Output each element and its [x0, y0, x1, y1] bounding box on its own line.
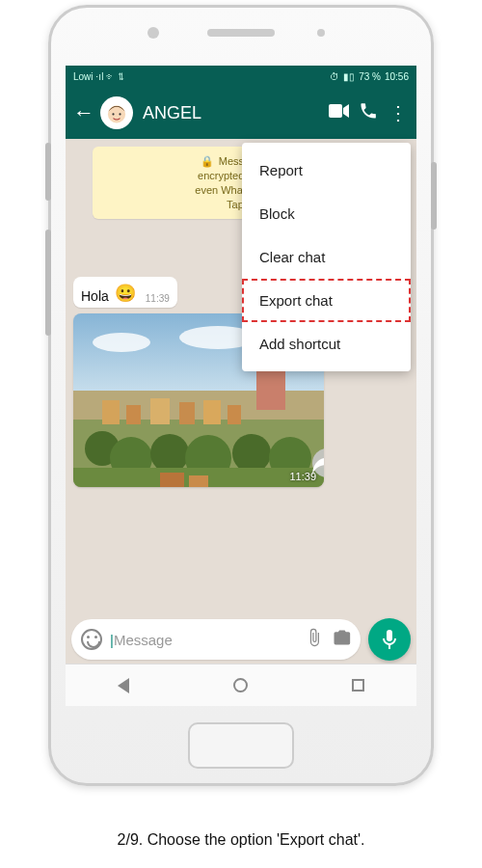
- message-input-area: |Message: [66, 615, 416, 664]
- svg-point-6: [93, 333, 150, 352]
- svg-rect-27: [189, 475, 208, 487]
- chat-body: 🔒 Messages an encrypted. No one even Wha…: [66, 139, 416, 619]
- wifi-icon: ᯤ: [106, 71, 116, 82]
- message-time: 11:39: [146, 293, 170, 304]
- nav-home-icon[interactable]: [233, 678, 248, 692]
- message-time: 11:39: [289, 471, 316, 482]
- lock-icon: 🔒: [201, 155, 214, 167]
- svg-rect-26: [160, 473, 184, 487]
- chat-header: ← ANGEL ⋮: [66, 87, 416, 139]
- svg-point-21: [150, 434, 189, 473]
- emoji-icon: 😀: [115, 283, 136, 304]
- phone-front-camera: [147, 27, 159, 39]
- message-bubble[interactable]: Hola 😀 11:39: [73, 277, 177, 308]
- phone-screen: Lowi ⋅ıl ᯤ ⇅ ⏱ ▮▯ 73 % 10:56 ←: [66, 66, 416, 706]
- phone-home-button: [188, 722, 294, 769]
- menu-item-block[interactable]: Block: [242, 192, 411, 235]
- android-navbar: [66, 664, 416, 706]
- svg-rect-4: [329, 104, 342, 118]
- avatar[interactable]: [100, 96, 133, 129]
- message-placeholder: |Message: [110, 632, 297, 648]
- menu-item-export-chat[interactable]: Export chat: [242, 279, 411, 322]
- battery-percent: 73 %: [359, 71, 381, 82]
- contact-name[interactable]: ANGEL: [143, 103, 322, 123]
- more-options-icon[interactable]: ⋮: [386, 101, 409, 124]
- phone-frame: Lowi ⋅ıl ᯤ ⇅ ⏱ ▮▯ 73 % 10:56 ←: [48, 5, 434, 786]
- step-caption: 2/9. Choose the option 'Export chat'.: [0, 831, 482, 849]
- menu-item-report[interactable]: Report: [242, 149, 411, 192]
- phone-side-button: [45, 230, 51, 336]
- mic-button[interactable]: [368, 618, 411, 661]
- back-icon[interactable]: ←: [73, 100, 94, 125]
- video-call-icon[interactable]: [328, 103, 351, 123]
- phone-speaker: [207, 29, 275, 37]
- phone-side-button: [45, 143, 51, 201]
- options-menu: Report Block Clear chat Export chat Add …: [242, 143, 411, 371]
- attach-icon[interactable]: [305, 628, 324, 652]
- message-input[interactable]: |Message: [71, 619, 361, 660]
- emoji-picker-icon[interactable]: [81, 629, 102, 650]
- signal-icon: ⋅ıl: [95, 71, 103, 82]
- svg-point-2: [112, 113, 114, 115]
- svg-rect-16: [179, 402, 195, 424]
- svg-rect-14: [126, 405, 141, 424]
- svg-point-23: [232, 434, 271, 473]
- menu-item-add-shortcut[interactable]: Add shortcut: [242, 322, 411, 366]
- message-text: Hola: [81, 288, 109, 304]
- status-bar: Lowi ⋅ıl ᯤ ⇅ ⏱ ▮▯ 73 % 10:56: [66, 66, 416, 87]
- alarm-icon: ⏱: [330, 71, 339, 82]
- camera-icon[interactable]: [332, 629, 351, 651]
- phone-side-button: [431, 162, 437, 230]
- carrier-label: Lowi ⋅ıl ᯤ ⇅: [73, 71, 123, 82]
- data-icon: ⇅: [119, 71, 123, 82]
- clock: 10:56: [385, 71, 409, 82]
- svg-point-1: [108, 105, 125, 122]
- svg-rect-18: [228, 405, 241, 424]
- svg-rect-13: [102, 400, 120, 424]
- battery-icon: ▮▯: [343, 71, 355, 82]
- svg-rect-15: [150, 398, 170, 424]
- svg-rect-17: [203, 400, 221, 424]
- voice-call-icon[interactable]: [357, 101, 380, 125]
- phone-sensor: [317, 29, 325, 37]
- menu-item-clear-chat[interactable]: Clear chat: [242, 235, 411, 279]
- nav-recent-icon[interactable]: [352, 679, 364, 692]
- svg-point-3: [119, 113, 120, 115]
- nav-back-icon[interactable]: [118, 678, 129, 693]
